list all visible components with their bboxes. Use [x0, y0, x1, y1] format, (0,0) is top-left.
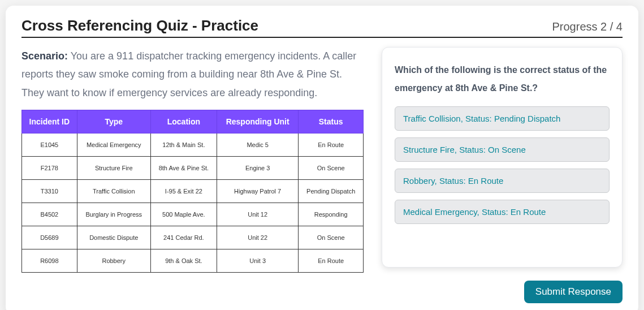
- answer-option-3[interactable]: Robbery, Status: En Route: [395, 169, 610, 193]
- cell: B4502: [22, 203, 77, 226]
- col-location: Location: [150, 110, 217, 134]
- table-row: T3310 Traffic Collision I-95 & Exit 22 H…: [22, 180, 364, 203]
- table-row: D5689 Domestic Dispute 241 Cedar Rd. Uni…: [22, 226, 364, 249]
- cell: Burglary in Progress: [77, 203, 150, 226]
- cell: Unit 22: [217, 226, 298, 249]
- cell: Traffic Collision: [77, 180, 150, 203]
- cell: Unit 12: [217, 203, 298, 226]
- table-row: F2178 Structure Fire 8th Ave & Pine St. …: [22, 157, 364, 180]
- col-responding-unit: Responding Unit: [217, 110, 298, 134]
- cell: En Route: [299, 134, 364, 157]
- cell: Domestic Dispute: [77, 226, 150, 249]
- answer-option-1[interactable]: Traffic Collision, Status: Pending Dispa…: [395, 106, 610, 131]
- table-row: E1045 Medical Emergency 12th & Main St. …: [22, 134, 364, 157]
- cell: 12th & Main St.: [150, 134, 217, 157]
- answer-option-4[interactable]: Medical Emergency, Status: En Route: [395, 200, 610, 224]
- submit-button[interactable]: Submit Response: [524, 281, 623, 303]
- col-status: Status: [299, 110, 364, 134]
- cell: R6098: [22, 249, 77, 273]
- cell: Medical Emergency: [77, 134, 150, 157]
- submit-row: Submit Response: [21, 281, 623, 303]
- cell: Pending Dispatch: [299, 180, 364, 203]
- cell: D5689: [22, 226, 77, 249]
- table-header-row: Incident ID Type Location Responding Uni…: [22, 110, 364, 134]
- cell: En Route: [299, 249, 364, 273]
- progress-indicator: Progress 2 / 4: [552, 20, 623, 33]
- table-body: E1045 Medical Emergency 12th & Main St. …: [22, 134, 364, 273]
- question-panel: Which of the following is the correct st…: [382, 47, 623, 268]
- incident-table: Incident ID Type Location Responding Uni…: [21, 110, 364, 273]
- quiz-card: Cross Referencing Quiz - Practice Progre…: [6, 6, 638, 310]
- cell: Robbery: [77, 249, 150, 273]
- cell: Highway Patrol 7: [217, 180, 298, 203]
- cell: Structure Fire: [77, 157, 150, 180]
- cell: I-95 & Exit 22: [150, 180, 217, 203]
- cell: On Scene: [299, 226, 364, 249]
- left-panel: Scenario: You are a 911 dispatcher track…: [21, 47, 364, 273]
- cell: 9th & Oak St.: [150, 249, 217, 273]
- page-title: Cross Referencing Quiz - Practice: [21, 17, 258, 35]
- scenario-label: Scenario:: [21, 50, 68, 62]
- table-row: R6098 Robbery 9th & Oak St. Unit 3 En Ro…: [22, 249, 364, 273]
- cell: On Scene: [299, 157, 364, 180]
- header-row: Cross Referencing Quiz - Practice Progre…: [21, 17, 623, 38]
- cell: Responding: [299, 203, 364, 226]
- answer-option-2[interactable]: Structure Fire, Status: On Scene: [395, 137, 610, 162]
- cell: Medic 5: [217, 134, 298, 157]
- cell: 8th Ave & Pine St.: [150, 157, 217, 180]
- scenario-text: Scenario: You are a 911 dispatcher track…: [21, 47, 364, 102]
- cell: 500 Maple Ave.: [150, 203, 217, 226]
- col-type: Type: [77, 110, 150, 134]
- cell: F2178: [22, 157, 77, 180]
- table-row: B4502 Burglary in Progress 500 Maple Ave…: [22, 203, 364, 226]
- col-incident-id: Incident ID: [22, 110, 77, 134]
- cell: T3310: [22, 180, 77, 203]
- cell: 241 Cedar Rd.: [150, 226, 217, 249]
- cell: E1045: [22, 134, 77, 157]
- body-row: Scenario: You are a 911 dispatcher track…: [21, 47, 623, 273]
- cell: Unit 3: [217, 249, 298, 273]
- scenario-body: You are a 911 dispatcher tracking emerge…: [21, 50, 356, 98]
- question-text: Which of the following is the correct st…: [395, 61, 610, 97]
- cell: Engine 3: [217, 157, 298, 180]
